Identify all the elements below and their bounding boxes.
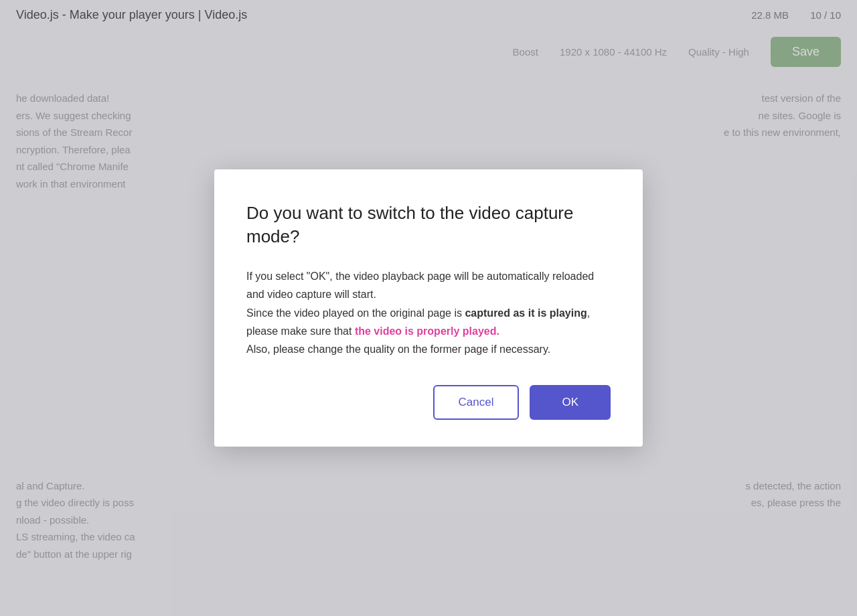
cancel-button[interactable]: Cancel: [433, 385, 520, 420]
dialog: Do you want to switch to the video captu…: [214, 169, 643, 447]
dialog-body-line3: Also, please change the quality on the f…: [246, 343, 550, 355]
dialog-body-bold: captured as it is playing: [465, 307, 587, 319]
dialog-body-line1: If you select "OK", the video playback p…: [246, 271, 594, 300]
dialog-actions: Cancel OK: [246, 385, 611, 420]
dialog-body-line2-prefix: Since the video played on the original p…: [246, 307, 465, 319]
dialog-body: If you select "OK", the video playback p…: [246, 267, 611, 358]
ok-button[interactable]: OK: [530, 385, 611, 420]
dialog-overlay: Do you want to switch to the video captu…: [0, 0, 857, 616]
dialog-body-pink: the video is properly played.: [355, 325, 499, 337]
dialog-title: Do you want to switch to the video captu…: [246, 202, 611, 248]
